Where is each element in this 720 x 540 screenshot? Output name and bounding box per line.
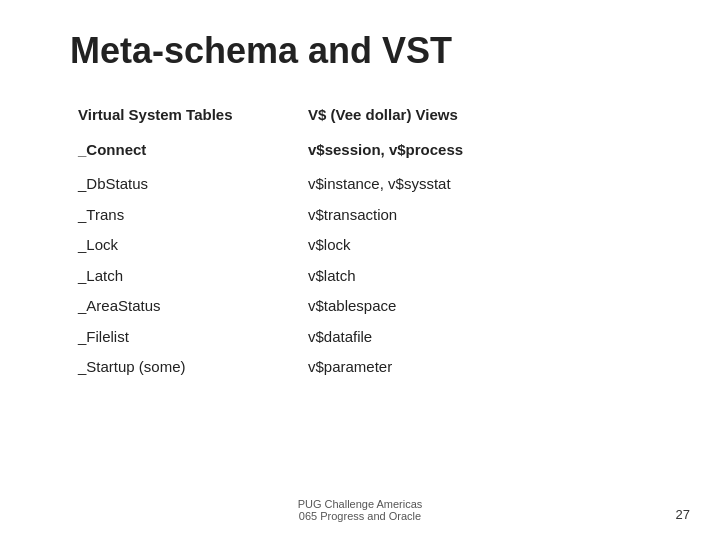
page-number: 27 bbox=[676, 507, 690, 522]
table-row: _Transv$transaction bbox=[70, 200, 670, 231]
col1-cell: _Startup (some) bbox=[70, 352, 300, 383]
table-row: _DbStatusv$instance, v$sysstat bbox=[70, 169, 670, 200]
col1-cell: _Trans bbox=[70, 200, 300, 231]
col2-cell: v$latch bbox=[300, 261, 670, 292]
col2-cell: v$transaction bbox=[300, 200, 670, 231]
col1-cell: _Latch bbox=[70, 261, 300, 292]
footer: PUG Challenge Americas 065 Progress and … bbox=[0, 498, 720, 522]
table-row: _Startup (some)v$parameter bbox=[70, 352, 670, 383]
col2-cell: v$session, v$process bbox=[300, 135, 670, 170]
col2-cell: v$tablespace bbox=[300, 291, 670, 322]
slide-title: Meta-schema and VST bbox=[70, 30, 660, 72]
col1-cell: _AreaStatus bbox=[70, 291, 300, 322]
col2-cell: v$instance, v$sysstat bbox=[300, 169, 670, 200]
footer-line2: 065 Progress and Oracle bbox=[299, 510, 421, 522]
col1-cell: _Connect bbox=[70, 135, 300, 170]
table-row: _Latchv$latch bbox=[70, 261, 670, 292]
col2-cell: v$parameter bbox=[300, 352, 670, 383]
table-header-row: Virtual System Tables V$ (Vee dollar) Vi… bbox=[70, 100, 670, 135]
col2-cell: v$lock bbox=[300, 230, 670, 261]
col1-cell: _Filelist bbox=[70, 322, 300, 353]
slide: Meta-schema and VST Virtual System Table… bbox=[0, 0, 720, 540]
col1-cell: _DbStatus bbox=[70, 169, 300, 200]
col2-cell: v$datafile bbox=[300, 322, 670, 353]
table-row: _Lockv$lock bbox=[70, 230, 670, 261]
table-row: _AreaStatusv$tablespace bbox=[70, 291, 670, 322]
content-table: Virtual System Tables V$ (Vee dollar) Vi… bbox=[70, 100, 670, 383]
table-row: _Filelistv$datafile bbox=[70, 322, 670, 353]
col1-header: Virtual System Tables bbox=[70, 100, 300, 135]
table-row: _Connectv$session, v$process bbox=[70, 135, 670, 170]
footer-line1: PUG Challenge Americas bbox=[298, 498, 423, 510]
col1-cell: _Lock bbox=[70, 230, 300, 261]
col2-header: V$ (Vee dollar) Views bbox=[300, 100, 670, 135]
